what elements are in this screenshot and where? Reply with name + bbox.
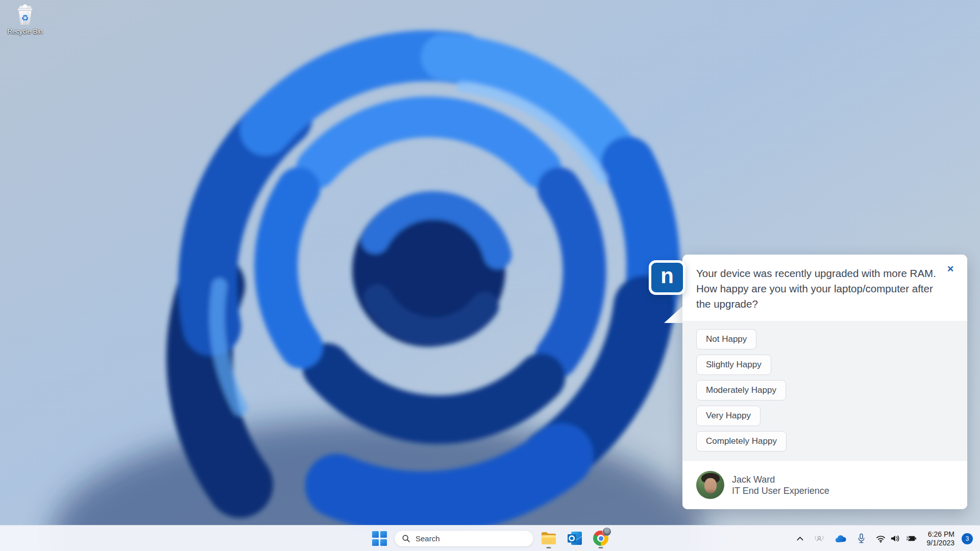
tray-microphone-icon[interactable] bbox=[854, 531, 869, 546]
survey-header: Your device was recently upgraded with m… bbox=[682, 255, 967, 321]
avatar bbox=[696, 471, 724, 499]
survey-question: Your device was recently upgraded with m… bbox=[696, 266, 937, 312]
tray-cast-icon[interactable] bbox=[811, 531, 827, 546]
windows-start-icon bbox=[372, 531, 387, 546]
sender-info: Jack Ward IT End User Experience bbox=[732, 474, 829, 496]
option-slightly-happy[interactable]: Slightly Happy bbox=[696, 355, 771, 375]
taskbar-app-chrome[interactable] bbox=[590, 527, 612, 549]
quick-settings[interactable] bbox=[873, 532, 920, 545]
nexthink-logo-letter: n bbox=[660, 265, 674, 287]
option-moderately-happy[interactable]: Moderately Happy bbox=[696, 380, 786, 400]
close-icon[interactable]: ✕ bbox=[944, 263, 957, 276]
taskbar-center bbox=[368, 527, 612, 549]
survey-card: Your device was recently upgraded with m… bbox=[682, 255, 967, 509]
magnifier-icon bbox=[402, 534, 410, 543]
sender-name: Jack Ward bbox=[732, 474, 829, 485]
start-button[interactable] bbox=[368, 527, 390, 549]
taskbar-app-file-explorer[interactable] bbox=[537, 527, 560, 549]
chrome-profile-avatar bbox=[603, 528, 611, 536]
recycle-bin-label: Recycle Bin bbox=[5, 28, 45, 35]
notification-count-badge[interactable]: 3 bbox=[962, 533, 973, 544]
tray-date: 9/1/2023 bbox=[927, 539, 955, 547]
outlook-icon bbox=[567, 531, 583, 546]
nexthink-logo: n bbox=[649, 260, 685, 295]
sender-role: IT End User Experience bbox=[732, 485, 829, 496]
survey-options: Not Happy Slightly Happy Moderately Happ… bbox=[682, 321, 967, 460]
battery-charging-icon bbox=[905, 535, 917, 542]
tray-chevron-up-icon[interactable] bbox=[793, 533, 807, 544]
option-not-happy[interactable]: Not Happy bbox=[696, 329, 756, 349]
option-completely-happy[interactable]: Completely Happy bbox=[696, 431, 787, 452]
volume-icon bbox=[890, 534, 900, 543]
tray-onedrive-icon[interactable] bbox=[831, 532, 850, 545]
svg-text:♻: ♻ bbox=[21, 13, 29, 23]
tray-time: 6:26 PM bbox=[928, 530, 954, 538]
wifi-icon bbox=[876, 535, 886, 543]
system-tray: 6:26 PM 9/1/2023 3 bbox=[793, 525, 973, 551]
recycle-bin-icon: ♻ bbox=[13, 4, 37, 27]
survey-footer: Jack Ward IT End User Experience bbox=[682, 460, 967, 509]
search-input[interactable] bbox=[415, 534, 518, 543]
search-box[interactable] bbox=[394, 530, 534, 547]
taskbar-app-outlook[interactable] bbox=[564, 527, 586, 549]
option-very-happy[interactable]: Very Happy bbox=[696, 406, 761, 426]
clock[interactable]: 6:26 PM 9/1/2023 bbox=[924, 528, 958, 549]
taskbar: 6:26 PM 9/1/2023 3 bbox=[0, 525, 980, 551]
desktop-icon-recycle-bin[interactable]: ♻ Recycle Bin bbox=[5, 4, 45, 35]
file-explorer-icon bbox=[541, 531, 557, 546]
